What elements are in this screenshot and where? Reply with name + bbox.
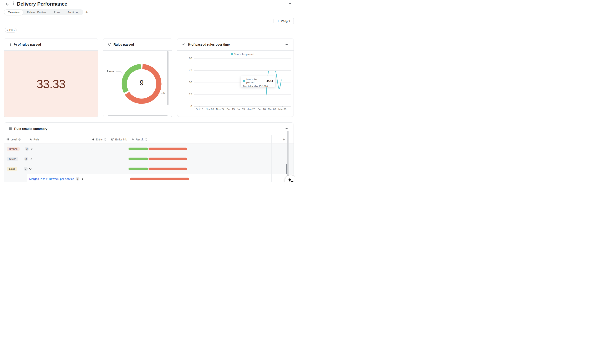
tab-bar: Overview Related Entities Runs Audit Log xyxy=(4,9,83,15)
column-header-result[interactable]: Result xyxy=(132,135,148,144)
result-bar xyxy=(129,168,187,170)
score-widget: % of rules passed 33.33 xyxy=(4,38,98,117)
passed-bar xyxy=(129,168,148,170)
donut-body: Passed N 9 xyxy=(103,51,172,117)
result-bar xyxy=(130,178,189,180)
star-icon xyxy=(29,138,32,141)
tooltip-swatch xyxy=(243,80,245,82)
entity-icon xyxy=(92,138,94,141)
filter-button[interactable]: + Filter xyxy=(5,28,17,32)
table-header-row: Level Rule Entity xyxy=(4,135,294,144)
column-header-entity-link[interactable]: Entity link xyxy=(111,135,127,144)
passed-bar xyxy=(129,148,148,150)
donut-chart-icon xyxy=(108,43,111,46)
rules-passed-header: Rules passed xyxy=(103,39,172,51)
column-header-entity[interactable]: Entity xyxy=(92,135,107,144)
rule-results-table: Level Rule Entity xyxy=(4,135,294,182)
external-link-icon xyxy=(111,138,114,141)
level-pill-silver: Silver xyxy=(7,157,18,161)
widget-title: % of rules passed xyxy=(14,43,41,46)
passed-bar xyxy=(129,158,148,160)
level-pill-bronze: Bronze xyxy=(7,147,20,151)
failed-bar xyxy=(130,178,189,180)
count-badge: 3 xyxy=(25,147,29,151)
rule-link[interactable]: Merged PRs ≥ 10/week per service 1 xyxy=(29,177,83,181)
level-pill-gold: Gold xyxy=(7,167,17,171)
passed-slice-label: Passed xyxy=(103,70,115,73)
plus-icon: + xyxy=(283,137,285,141)
column-header-level[interactable]: Level xyxy=(6,135,21,144)
plus-icon: + xyxy=(85,10,88,15)
count-badge: 3 xyxy=(24,157,28,161)
delivery-performance-page: Delivery Performance Overview Related En… xyxy=(0,0,295,182)
widget-title: % of passed rules over time xyxy=(188,43,230,46)
count-badge: 1 xyxy=(76,177,79,181)
rule-results-header: Rule results summary xyxy=(4,123,294,135)
plus-icon: + xyxy=(6,29,8,32)
tab-overview[interactable]: Overview xyxy=(4,10,23,15)
chevron-right-icon[interactable] xyxy=(31,148,33,150)
chart-tooltip: % of rules passed 44.44 Mar 09 – Mar 15 … xyxy=(241,76,275,87)
horizontal-scrollbar[interactable] xyxy=(108,115,168,116)
add-tab-button[interactable]: + xyxy=(85,10,88,14)
medal-icon xyxy=(11,1,16,7)
sort-arrows-icon xyxy=(132,138,135,141)
chevron-right-icon[interactable] xyxy=(81,178,84,180)
info-icon[interactable] xyxy=(18,138,21,141)
back-arrow-icon xyxy=(5,2,10,6)
tooltip-value: 44.44 xyxy=(266,79,273,82)
level-cell-empty xyxy=(4,174,27,182)
page-title: Delivery Performance xyxy=(17,1,67,7)
tab-audit-log[interactable]: Audit Log xyxy=(64,10,83,15)
notpassed-leader-line xyxy=(160,93,163,94)
tab-related-entities[interactable]: Related Entities xyxy=(23,10,50,15)
table-more-menu[interactable] xyxy=(284,128,289,130)
failed-bar xyxy=(149,168,187,170)
table-row-gold[interactable]: Gold 3 xyxy=(4,164,294,174)
sparkles-icon xyxy=(286,177,295,182)
time-series-chart[interactable]: % of rules passed 604530150Oct 13Nov 03N… xyxy=(177,50,293,117)
add-column-button[interactable]: + xyxy=(283,135,285,144)
table-row-bronze[interactable]: Bronze 3 xyxy=(4,144,294,154)
result-bar xyxy=(129,148,187,150)
chevron-down-icon[interactable] xyxy=(29,167,31,169)
columns-icon xyxy=(6,138,9,141)
line-series xyxy=(177,50,293,117)
table-row-rule-merged-prs[interactable]: Merged PRs ≥ 10/week per service 1 xyxy=(4,174,294,182)
failed-bar xyxy=(149,158,187,160)
info-icon[interactable] xyxy=(145,138,148,141)
back-button[interactable] xyxy=(5,2,10,7)
info-icon[interactable] xyxy=(104,138,107,141)
medal-icon xyxy=(9,43,12,46)
score-widget-header: % of rules passed xyxy=(4,39,98,51)
vertical-scrollbar[interactable] xyxy=(167,51,168,105)
tooltip-series: % of rules passed xyxy=(246,78,265,84)
chevron-right-icon[interactable] xyxy=(30,158,32,160)
result-bar xyxy=(129,158,187,160)
notpassed-slice-label-clipped: N xyxy=(163,92,165,95)
rules-passed-widget: Rules passed Passed N 9 xyxy=(103,38,172,117)
count-badge: 3 xyxy=(24,167,28,171)
add-widget-button[interactable]: + Widget xyxy=(273,18,294,24)
page-more-menu[interactable] xyxy=(288,2,293,5)
donut-center-value: 9 xyxy=(134,79,149,87)
passed-leader-line xyxy=(116,72,125,75)
score-body: 33.33 xyxy=(4,51,98,117)
widget-title: Rules passed xyxy=(113,43,134,46)
column-header-rule[interactable]: Rule xyxy=(29,135,39,144)
table-icon xyxy=(9,127,12,130)
tooltip-date-range: Mar 09 – Mar 15 2026 xyxy=(243,85,273,88)
passed-over-time-header: % of passed rules over time xyxy=(177,39,294,51)
plus-icon: + xyxy=(277,19,279,23)
table-vertical-scrollbar[interactable] xyxy=(287,131,289,182)
failed-bar xyxy=(149,148,187,150)
score-value: 33.33 xyxy=(37,77,65,91)
table-row-silver[interactable]: Silver 3 xyxy=(4,154,294,164)
tab-runs[interactable]: Runs xyxy=(50,10,64,15)
widget-more-menu[interactable] xyxy=(284,43,289,46)
line-chart-icon xyxy=(182,43,186,46)
widget-title: Rule results summary xyxy=(14,127,47,131)
